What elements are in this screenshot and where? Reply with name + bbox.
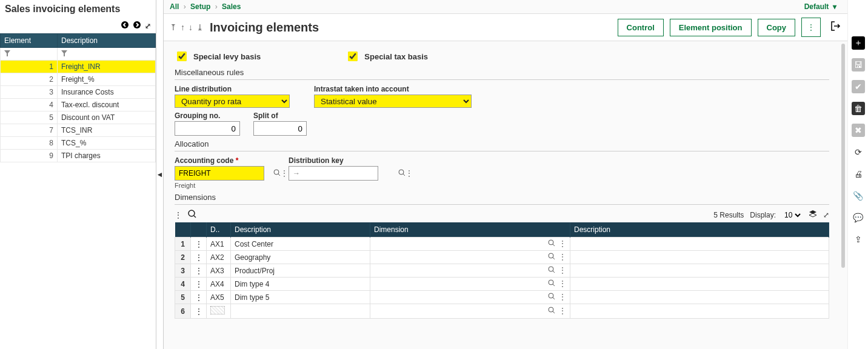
expand-grid-icon[interactable]: ⤢ — [823, 211, 829, 219]
print-button[interactable]: 🖨 — [852, 167, 865, 181]
expand-icon[interactable]: ⤢ — [145, 22, 151, 30]
row-actions-icon[interactable]: ⋮ — [191, 304, 207, 319]
more-actions-button[interactable]: ⋮ — [801, 18, 821, 37]
line-dist-select[interactable]: Quantity pro rata — [175, 95, 290, 108]
grid-actions-icon[interactable]: ⋮ — [175, 211, 182, 219]
search-icon[interactable] — [398, 169, 406, 178]
dimensions-table: D.. Description Dimension Description 1 … — [175, 222, 829, 319]
arrow-right-icon: → — [289, 169, 300, 178]
save-button[interactable]: 🖫 — [852, 58, 865, 71]
acct-code-lookup[interactable]: ⋮ — [175, 166, 264, 181]
refresh-button[interactable]: ⟳ — [852, 145, 865, 159]
attach-button[interactable]: 📎 — [852, 189, 865, 202]
crumb-all[interactable]: All — [170, 2, 179, 11]
more-icon[interactable]: ⋮ — [406, 169, 413, 178]
intrastat-select[interactable]: Statistical value — [314, 95, 472, 108]
element-position-button[interactable]: Element position — [670, 19, 752, 36]
special-tax-checkbox[interactable] — [348, 52, 358, 61]
svg-line-19 — [553, 284, 555, 286]
grid-search-icon[interactable] — [188, 210, 196, 220]
row-actions-icon[interactable]: ⋮ — [191, 238, 207, 251]
empty-cell — [210, 306, 225, 314]
exit-icon[interactable] — [830, 21, 841, 34]
intrastat-label: Intrastat taken into account — [314, 85, 472, 93]
row-actions-icon[interactable]: ⋮ — [191, 278, 207, 291]
more-icon[interactable]: ⋮ — [559, 293, 566, 302]
more-icon[interactable]: ⋮ — [281, 169, 288, 178]
apply-button[interactable]: ✔ — [852, 80, 865, 93]
cancel-button[interactable]: ✖ — [852, 124, 865, 137]
svg-line-23 — [553, 311, 555, 313]
list-row[interactable]: 3Insurance Costs — [1, 86, 156, 99]
col-dimension[interactable]: Dimension — [370, 222, 570, 238]
search-icon[interactable] — [548, 253, 555, 262]
list-row[interactable]: 9TPI charges — [1, 150, 156, 162]
prev-page-icon[interactable] — [121, 21, 129, 31]
table-row[interactable]: 4 ⋮ AX4 Dim type 4 ⋮ — [175, 278, 829, 291]
row-actions-icon[interactable]: ⋮ — [191, 291, 207, 304]
search-icon[interactable] — [548, 266, 555, 275]
crumb-sales[interactable]: Sales — [222, 2, 241, 11]
list-row[interactable]: 1Freight_INR — [1, 61, 156, 73]
share-button[interactable]: ⇪ — [852, 233, 865, 246]
row-actions-icon[interactable]: ⋮ — [191, 251, 207, 264]
split-input[interactable] — [253, 121, 307, 136]
svg-line-17 — [553, 271, 555, 273]
next-page-icon[interactable] — [133, 21, 141, 31]
right-rail: ＋ 🖫 ✔ 🗑 ✖ ⟳ 🖨 📎 💬 ⇪ — [847, 0, 868, 349]
list-row[interactable]: 7TCS_INR — [1, 124, 156, 137]
left-panel-title: Sales invoicing elements — [0, 0, 156, 18]
go-prev-icon[interactable]: ↑ — [181, 22, 185, 32]
crumb-setup[interactable]: Setup — [190, 2, 210, 11]
svg-point-8 — [189, 210, 195, 216]
collapse-left-panel[interactable]: ◄ — [156, 0, 164, 349]
list-row[interactable]: 8TCS_% — [1, 137, 156, 150]
copy-button[interactable]: Copy — [758, 19, 796, 36]
search-icon[interactable] — [548, 239, 555, 248]
list-row[interactable]: 5Discount on VAT — [1, 111, 156, 124]
control-button[interactable]: Control — [618, 19, 664, 36]
svg-line-7 — [403, 174, 405, 176]
col-description[interactable]: Description — [58, 34, 156, 48]
search-icon[interactable] — [548, 293, 555, 302]
go-last-icon[interactable]: ⤓ — [196, 22, 204, 32]
table-row[interactable]: 5 ⋮ AX5 Dim type 5 ⋮ — [175, 291, 829, 304]
default-dropdown[interactable]: Default ▾ — [804, 2, 836, 11]
table-row[interactable]: 2 ⋮ AX2 Geography ⋮ — [175, 251, 829, 264]
filter-description[interactable] — [58, 48, 156, 61]
scrollbar[interactable] — [841, 44, 845, 268]
more-icon[interactable]: ⋮ — [559, 239, 566, 248]
svg-marker-2 — [4, 50, 10, 56]
comment-button[interactable]: 💬 — [852, 211, 865, 224]
more-icon[interactable]: ⋮ — [559, 279, 566, 288]
new-record-button[interactable]: ＋ — [852, 36, 865, 50]
table-row[interactable]: 6 ⋮ ⋮ — [175, 304, 829, 319]
more-icon[interactable]: ⋮ — [559, 253, 566, 262]
list-row[interactable]: 4Tax-excl. discount — [1, 99, 156, 111]
acct-code-input[interactable] — [175, 169, 273, 178]
list-row[interactable]: 2Freight_% — [1, 73, 156, 86]
search-icon[interactable] — [548, 279, 555, 288]
delete-button[interactable]: 🗑 — [852, 102, 865, 115]
table-row[interactable]: 1 ⋮ AX1 Cost Center ⋮ — [175, 238, 829, 251]
special-levy-checkbox[interactable] — [177, 52, 187, 61]
go-first-icon[interactable]: ⤒ — [170, 22, 177, 32]
go-next-icon[interactable]: ↓ — [189, 22, 193, 32]
grouping-label: Grouping no. — [175, 111, 240, 120]
col-description2[interactable]: Description — [570, 222, 829, 238]
filter-element[interactable] — [1, 48, 58, 61]
dist-key-lookup[interactable]: → ⋮ — [289, 166, 378, 181]
more-icon[interactable]: ⋮ — [559, 307, 566, 316]
dist-key-input[interactable] — [300, 169, 398, 178]
layers-icon[interactable] — [809, 210, 817, 220]
grouping-input[interactable] — [175, 121, 240, 136]
col-element[interactable]: Element — [1, 34, 58, 48]
row-actions-icon[interactable]: ⋮ — [191, 264, 207, 278]
table-row[interactable]: 3 ⋮ AX3 Product/Proj ⋮ — [175, 264, 829, 278]
search-icon[interactable] — [548, 307, 555, 316]
more-icon[interactable]: ⋮ — [559, 266, 566, 275]
col-code[interactable]: D.. — [207, 222, 231, 238]
search-icon[interactable] — [273, 169, 281, 178]
col-description[interactable]: Description — [231, 222, 370, 238]
display-select[interactable]: 10 — [782, 210, 803, 220]
